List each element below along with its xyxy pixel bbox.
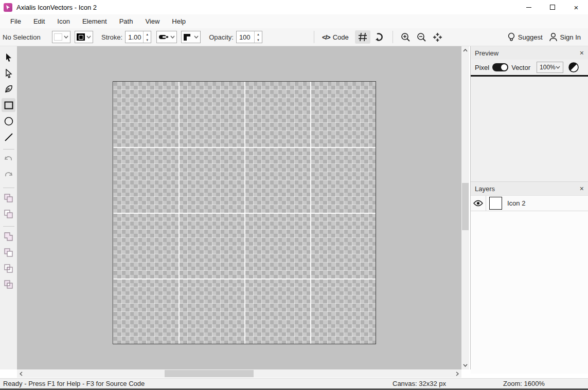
toolbar: No Selection Stroke: 1.00 ▲▼ Opacity: 10…: [0, 28, 588, 46]
preview-zoom-select[interactable]: 100%: [537, 62, 563, 73]
chevron-down-icon: [463, 364, 468, 367]
layer-visibility-button[interactable]: [471, 196, 486, 211]
stroke-color-dropdown[interactable]: [75, 31, 93, 43]
chevron-down-icon: [64, 35, 68, 39]
stroke-label: Stroke:: [101, 33, 122, 41]
direct-select-tool[interactable]: [2, 66, 15, 80]
line-tool[interactable]: [2, 130, 15, 144]
pen-icon: [4, 84, 13, 94]
user-icon: [549, 32, 558, 42]
app-logo-icon: [4, 3, 12, 12]
menu-icon[interactable]: Icon: [51, 15, 76, 27]
menu-file[interactable]: File: [4, 15, 27, 27]
opacity-value: 100: [237, 31, 254, 43]
close-button[interactable]: ×: [564, 0, 588, 14]
scroll-left-button[interactable]: [17, 369, 25, 378]
menu-element[interactable]: Element: [76, 15, 113, 27]
center-canvas-icon: [433, 32, 442, 42]
window-title: Axialis IconVectors - Icon 2: [16, 4, 97, 11]
scroll-down-button[interactable]: [461, 361, 469, 369]
stroke-swatch: [77, 33, 85, 41]
menu-edit[interactable]: Edit: [27, 15, 51, 27]
selection-arrow-icon: [5, 53, 13, 62]
selection-status: No Selection: [3, 33, 48, 41]
code-button[interactable]: </> Code: [319, 31, 352, 43]
redo-icon: [4, 171, 13, 180]
pixel-vector-toggle[interactable]: [492, 63, 508, 71]
combine-icon: [4, 193, 13, 203]
grid-toggle-button[interactable]: [355, 30, 370, 44]
menu-path[interactable]: Path: [113, 15, 139, 27]
suggest-label: Suggest: [518, 33, 543, 41]
pen-tool[interactable]: [2, 82, 15, 96]
line-cap-dropdown[interactable]: [156, 31, 177, 43]
fill-color-dropdown[interactable]: [52, 31, 70, 43]
spinner-buttons[interactable]: ▲▼: [143, 31, 151, 43]
break-apart-icon: [4, 209, 13, 219]
code-label: Code: [333, 33, 349, 41]
stroke-width-value: 1.00: [126, 31, 143, 43]
break-apart-button[interactable]: [2, 207, 15, 221]
union-button[interactable]: [2, 230, 15, 244]
statusbar: Ready - Press F1 for Help - F3 for Sourc…: [0, 378, 588, 390]
stroke-width-spinner[interactable]: 1.00 ▲▼: [125, 31, 151, 43]
spin-up-icon: ▲: [255, 31, 262, 37]
rotate-view-button[interactable]: [371, 30, 388, 44]
menu-help[interactable]: Help: [166, 15, 192, 27]
union-icon: [4, 232, 13, 242]
chevron-up-icon: [463, 49, 468, 52]
fill-swatch: [54, 33, 62, 41]
intersect-button[interactable]: [2, 262, 15, 275]
canvas-viewport[interactable]: [17, 46, 461, 369]
line-join-icon: [183, 33, 192, 41]
menu-view[interactable]: View: [139, 15, 166, 27]
layers-title: Layers: [475, 185, 495, 193]
horizontal-scrollbar[interactable]: [17, 369, 461, 378]
zoom-out-button[interactable]: [414, 30, 430, 44]
layers-panel-header: Layers ×: [471, 182, 588, 195]
signin-button[interactable]: Sign In: [546, 30, 584, 44]
subtract-button[interactable]: [2, 246, 15, 259]
major-gridline: [113, 147, 376, 148]
status-ready: Ready - Press F1 for Help - F3 for Sourc…: [0, 380, 393, 387]
preview-panel-header: Preview ×: [471, 46, 588, 60]
horizontal-scroll-thumb[interactable]: [165, 370, 254, 377]
tool-separator: [3, 226, 14, 227]
select-tool[interactable]: [2, 50, 15, 64]
direct-selection-arrow-icon: [5, 69, 13, 78]
scroll-up-button[interactable]: [461, 46, 469, 54]
redo-button[interactable]: [2, 169, 15, 182]
preview-background-button[interactable]: [568, 62, 579, 72]
zoom-in-icon: [401, 32, 411, 42]
undo-icon: [4, 155, 13, 164]
preview-close-button[interactable]: ×: [580, 49, 584, 57]
spinner-buttons[interactable]: ▲▼: [254, 31, 262, 43]
zoom-out-icon: [417, 32, 426, 42]
minimize-button[interactable]: [517, 0, 541, 14]
ellipse-icon: [4, 117, 13, 126]
subtract-icon: [4, 248, 13, 257]
exclude-button[interactable]: [2, 277, 15, 291]
opacity-spinner[interactable]: 100 ▲▼: [236, 31, 262, 43]
layers-close-button[interactable]: ×: [580, 184, 584, 193]
undo-button[interactable]: [2, 153, 15, 166]
vertical-scroll-thumb[interactable]: [462, 183, 469, 230]
chevron-down-icon: [556, 66, 560, 69]
layer-thumbnail[interactable]: [489, 197, 502, 210]
rectangle-tool[interactable]: [2, 98, 15, 112]
contrast-icon: [568, 62, 579, 72]
rotate-icon: [375, 32, 385, 42]
center-canvas-button[interactable]: [430, 30, 446, 44]
layer-row[interactable]: Icon 2: [471, 195, 588, 211]
combine-button[interactable]: [2, 191, 15, 205]
scroll-right-button[interactable]: [453, 369, 461, 378]
maximize-button[interactable]: [541, 0, 564, 14]
zoom-in-button[interactable]: [398, 30, 414, 44]
intersect-icon: [4, 264, 13, 273]
line-join-dropdown[interactable]: [181, 31, 201, 43]
vertical-scrollbar[interactable]: [461, 46, 469, 369]
icon-canvas[interactable]: [113, 81, 376, 344]
ellipse-tool[interactable]: [2, 114, 15, 128]
suggest-button[interactable]: Suggest: [504, 30, 546, 44]
line-cap-icon: [158, 33, 169, 41]
